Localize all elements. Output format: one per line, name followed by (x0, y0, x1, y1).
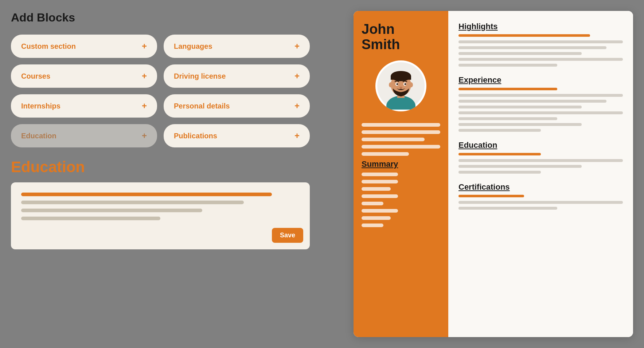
plus-icon-driving-license: + (294, 71, 300, 81)
resume-left-line-4 (362, 145, 440, 149)
block-btn-internships[interactable]: Internships + (11, 94, 157, 118)
summary-lines (362, 173, 398, 227)
plus-icon-custom-section: + (142, 41, 147, 51)
block-btn-courses[interactable]: Courses + (11, 64, 157, 88)
block-label-publications: Publications (174, 132, 217, 140)
highlights-lines (458, 40, 623, 67)
ed-line-1 (458, 159, 623, 162)
e-line-6 (458, 123, 582, 126)
education-resume-title: Education (458, 141, 623, 150)
plus-icon-personal-details: + (294, 101, 300, 111)
plus-icon-education: + (142, 131, 147, 141)
block-label-courses: Courses (21, 72, 50, 80)
svg-point-12 (399, 87, 402, 89)
resume-section-highlights: Highlights (458, 22, 623, 67)
certifications-title: Certifications (458, 182, 623, 192)
block-btn-driving-license[interactable]: Driving license + (164, 64, 310, 88)
svg-point-10 (397, 83, 398, 85)
summary-title: Summary (362, 159, 398, 169)
summary-line-8 (362, 224, 383, 227)
avatar (375, 60, 426, 111)
resume-left-line-3 (362, 138, 425, 141)
e-line-1 (458, 94, 623, 97)
education-bar (458, 153, 541, 155)
highlights-title: Highlights (458, 22, 623, 31)
plus-icon-publications: + (294, 131, 300, 141)
e-line-2 (458, 100, 606, 103)
block-label-custom-section: Custom section (21, 42, 76, 51)
resume-section-education: Education (458, 141, 623, 174)
education-lines (458, 159, 623, 174)
c-line-2 (458, 207, 557, 210)
ed-line-3 (458, 171, 541, 174)
left-panel: Add Blocks Custom section + Languages + … (11, 11, 310, 337)
experience-bar (458, 88, 557, 90)
block-label-internships: Internships (21, 102, 61, 110)
blocks-grid: Custom section + Languages + Courses + D… (11, 35, 310, 147)
resume-section-certifications: Certifications (458, 182, 623, 210)
form-line-gray-1 (21, 201, 244, 204)
resume-left-line-2 (362, 130, 440, 134)
h-line-3 (458, 52, 582, 55)
block-btn-publications[interactable]: Publications + (164, 124, 310, 147)
summary-line-7 (362, 216, 391, 220)
resume-left-column: John Smith (354, 11, 448, 337)
highlights-bar (458, 34, 590, 37)
experience-title: Experience (458, 75, 623, 85)
save-button[interactable]: Save (272, 228, 303, 243)
svg-rect-5 (391, 76, 411, 80)
certifications-bar (458, 195, 524, 197)
add-blocks-title: Add Blocks (11, 11, 310, 24)
e-line-3 (458, 106, 582, 108)
experience-lines (458, 94, 623, 132)
resume-preview: John Smith (354, 11, 633, 337)
resume-right-column: Highlights Experience (448, 11, 633, 337)
e-line-5 (458, 117, 557, 120)
resume-left-lines (362, 123, 440, 156)
block-label-driving-license: Driving license (174, 72, 226, 80)
block-label-personal-details: Personal details (174, 102, 230, 110)
education-section-heading: Education (11, 158, 310, 176)
h-line-2 (458, 46, 606, 49)
form-line-gray-2 (21, 209, 202, 212)
ed-line-2 (458, 165, 582, 168)
summary-line-2 (362, 180, 398, 183)
plus-icon-courses: + (142, 71, 147, 81)
e-line-7 (458, 129, 541, 132)
e-line-4 (458, 111, 623, 114)
resume-left-line-1 (362, 123, 440, 127)
h-line-4 (458, 58, 623, 61)
block-btn-personal-details[interactable]: Personal details + (164, 94, 310, 118)
education-form: Save (11, 182, 310, 249)
summary-line-3 (362, 187, 391, 191)
block-btn-languages[interactable]: Languages + (164, 35, 310, 58)
h-line-5 (458, 64, 557, 67)
summary-line-4 (362, 194, 398, 198)
certifications-lines (458, 201, 623, 210)
resume-name: John Smith (362, 22, 400, 52)
resume-section-experience: Experience (458, 75, 623, 132)
block-btn-education[interactable]: Education + (11, 124, 157, 147)
block-btn-custom-section[interactable]: Custom section + (11, 35, 157, 58)
summary-line-5 (362, 202, 383, 205)
svg-point-11 (405, 83, 406, 85)
svg-point-7 (409, 82, 413, 87)
svg-point-6 (389, 82, 393, 87)
block-label-education: Education (21, 132, 56, 140)
summary-line-1 (362, 173, 398, 176)
block-label-languages: Languages (174, 42, 212, 51)
c-line-1 (458, 201, 623, 204)
resume-summary-section: Summary (362, 159, 398, 227)
summary-line-6 (362, 209, 398, 213)
plus-icon-languages: + (294, 41, 300, 51)
h-line-1 (458, 40, 623, 43)
form-line-orange (21, 193, 272, 196)
plus-icon-internships: + (142, 101, 147, 111)
resume-left-line-5 (362, 152, 409, 156)
form-line-gray-3 (21, 217, 160, 220)
